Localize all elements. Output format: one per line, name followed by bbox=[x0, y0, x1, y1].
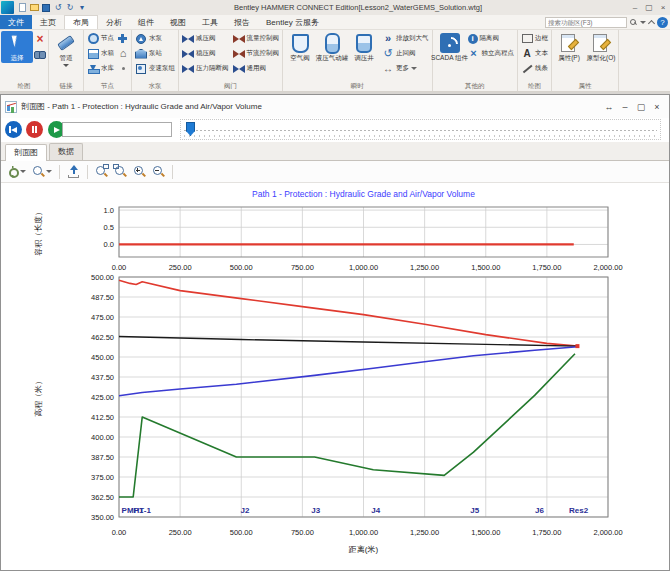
ribbon-item-more[interactable]: 更多 bbox=[380, 61, 431, 76]
hydro-tank-icon bbox=[322, 33, 342, 53]
profile-tab-数据[interactable]: 数据 bbox=[49, 143, 83, 160]
export-button[interactable] bbox=[66, 164, 81, 179]
ribbon-item-label: 排放到大气 bbox=[396, 34, 429, 43]
export-icon bbox=[67, 165, 80, 178]
search-input[interactable] bbox=[545, 17, 627, 28]
window-maximize-button[interactable]: ▢ bbox=[633, 102, 649, 112]
ribbon-item-spot[interactable]: 独立高程点 bbox=[466, 46, 517, 61]
menu-tab-file[interactable]: 文件 bbox=[0, 15, 32, 29]
ribbon-item-valve-fcv[interactable]: 流量控制阀 bbox=[231, 31, 282, 46]
search-icon[interactable] bbox=[630, 19, 637, 26]
svg-text:250.00: 250.00 bbox=[169, 263, 192, 272]
ribbon-item-line[interactable]: 线条 bbox=[519, 61, 550, 76]
collapse-ribbon-icon[interactable] bbox=[648, 19, 655, 26]
ribbon-button-properties[interactable]: 属性(P) bbox=[553, 31, 585, 63]
print-preview-button[interactable] bbox=[31, 164, 53, 179]
ribbon-button-prototypes[interactable]: 原型化(O) bbox=[585, 31, 617, 63]
ribbon-item-text[interactable]: 文本 bbox=[519, 46, 550, 61]
ribbon-item-discharge[interactable]: 排放到大气 bbox=[380, 31, 431, 46]
menu-tab-3[interactable]: 分析 bbox=[98, 15, 130, 29]
ribbon-item-valve-psv[interactable]: 稳压阀 bbox=[180, 46, 231, 61]
search-dropdown-icon[interactable] bbox=[640, 21, 646, 24]
ribbon-item-junction[interactable]: 节点 bbox=[85, 31, 116, 46]
menu-tab-1[interactable]: 主页 bbox=[32, 15, 64, 29]
ribbon-button-scada[interactable]: SCADA 组件 bbox=[434, 31, 466, 63]
ribbon-group: 选择绘图 bbox=[0, 30, 49, 91]
ribbon-item-check-valve[interactable]: 止回阀 bbox=[380, 46, 431, 61]
ribbon-item-tank[interactable]: 水箱 bbox=[85, 46, 116, 61]
menu-tab-7[interactable]: 报告 bbox=[226, 15, 258, 29]
ribbon-item-border[interactable]: 边框 bbox=[519, 31, 550, 46]
slider-thumb[interactable] bbox=[186, 122, 195, 136]
ribbon-item-customer[interactable] bbox=[116, 46, 130, 61]
ribbon-group-label: 瞬时 bbox=[284, 80, 431, 91]
new-file-icon[interactable] bbox=[16, 2, 28, 14]
app-maximize-button[interactable]: ▢ bbox=[642, 3, 656, 12]
ribbon-item-find[interactable] bbox=[33, 46, 47, 61]
ribbon-item-valve-tcv[interactable]: 节流控制阀 bbox=[231, 46, 282, 61]
pump-station-icon bbox=[135, 48, 147, 60]
menu-tab-5[interactable]: 视图 bbox=[162, 15, 194, 29]
ribbon-button-pipe[interactable]: 管道 bbox=[50, 31, 82, 67]
skip-to-start-button[interactable] bbox=[5, 121, 22, 138]
ribbon-item-vsp[interactable]: 变速泵组 bbox=[133, 61, 177, 76]
undo-icon[interactable]: ↺ bbox=[52, 2, 64, 14]
app-minimize-button[interactable]: – bbox=[628, 3, 642, 12]
zoom-in-button[interactable] bbox=[132, 164, 147, 179]
ribbon-button-label: 属性(P) bbox=[558, 54, 580, 63]
redo-icon[interactable]: ↻ bbox=[64, 2, 76, 14]
chart-settings-button[interactable] bbox=[6, 165, 27, 179]
window-float-icon[interactable]: ↔ bbox=[601, 102, 617, 112]
time-slider[interactable] bbox=[180, 119, 661, 140]
ribbon-item-label: 泵站 bbox=[149, 49, 162, 58]
ribbon-group-label: 属性 bbox=[553, 80, 617, 91]
ribbon-item-label: 节点 bbox=[101, 34, 114, 43]
menu-tab-8[interactable]: Bentley 云服务 bbox=[258, 15, 327, 29]
spot-icon bbox=[468, 48, 480, 60]
valve-fcv-icon bbox=[233, 33, 245, 45]
ribbon-group: 水泵泵站变速泵组水泵 bbox=[132, 30, 179, 91]
ribbon-item-pump-station[interactable]: 泵站 bbox=[133, 46, 177, 61]
ribbon-item-isolation[interactable]: 隔离阀 bbox=[466, 31, 517, 46]
pump-icon bbox=[135, 33, 147, 45]
svg-text:J3: J3 bbox=[311, 506, 320, 515]
ribbon-item-delete[interactable] bbox=[33, 31, 47, 46]
window-close-button[interactable]: × bbox=[649, 102, 665, 112]
svg-text:1,250.00: 1,250.00 bbox=[410, 263, 439, 272]
zoom-out-icon bbox=[152, 165, 165, 178]
help-icon[interactable]: ? bbox=[657, 17, 668, 28]
app-close-button[interactable]: × bbox=[656, 3, 670, 12]
svg-text:350.00: 350.00 bbox=[91, 513, 114, 522]
ribbon-item-hydrant[interactable] bbox=[116, 31, 130, 46]
ribbon-item-valve-pbv[interactable]: 压力隔断阀 bbox=[180, 61, 231, 76]
ribbon-item-valve-prv[interactable]: 减压阀 bbox=[180, 31, 231, 46]
zoom-selection-button[interactable] bbox=[113, 164, 128, 179]
svg-text:412.50: 412.50 bbox=[91, 413, 114, 422]
zoom-selection-icon bbox=[114, 165, 127, 178]
ribbon-button-cursor[interactable]: 选择 bbox=[1, 31, 33, 63]
window-minimize-button[interactable]: – bbox=[617, 102, 633, 112]
zoom-window-button[interactable] bbox=[94, 164, 109, 179]
pause-button[interactable] bbox=[26, 121, 43, 138]
ribbon-item-reservoir[interactable]: 水库 bbox=[85, 61, 116, 76]
save-icon[interactable] bbox=[40, 2, 52, 14]
ribbon-item-valve-gpv[interactable]: 通用阀 bbox=[231, 61, 282, 76]
ribbon-item-label: 压力隔断阀 bbox=[196, 64, 229, 73]
zoom-window-icon bbox=[95, 165, 108, 178]
zoom-out-button[interactable] bbox=[151, 164, 166, 179]
ribbon-group: 边框文本线条绘图 bbox=[518, 30, 552, 91]
ribbon-button-hydro-tank[interactable]: 液压气动罐 bbox=[316, 31, 348, 63]
menu-tab-6[interactable]: 工具 bbox=[194, 15, 226, 29]
ribbon-item-dot[interactable] bbox=[116, 61, 130, 76]
svg-text:高程（米）: 高程（米） bbox=[34, 377, 43, 417]
ribbon-button-surge-tank[interactable]: 调压井 bbox=[348, 31, 380, 63]
quick-access-more-icon[interactable]: ▾ bbox=[76, 2, 88, 14]
open-file-icon[interactable] bbox=[28, 2, 40, 14]
time-field[interactable] bbox=[62, 122, 172, 137]
menu-tab-4[interactable]: 组件 bbox=[130, 15, 162, 29]
profile-tab-剖面图[interactable]: 剖面图 bbox=[5, 144, 47, 161]
ribbon-button-air-valve[interactable]: 空气阀 bbox=[284, 31, 316, 63]
app-titlebar: ↺ ↻ ▾ Bentley HAMMER CONNECT Edition[Les… bbox=[0, 0, 670, 15]
menu-tab-2[interactable]: 布局 bbox=[64, 15, 98, 29]
ribbon-item-pump[interactable]: 水泵 bbox=[133, 31, 177, 46]
